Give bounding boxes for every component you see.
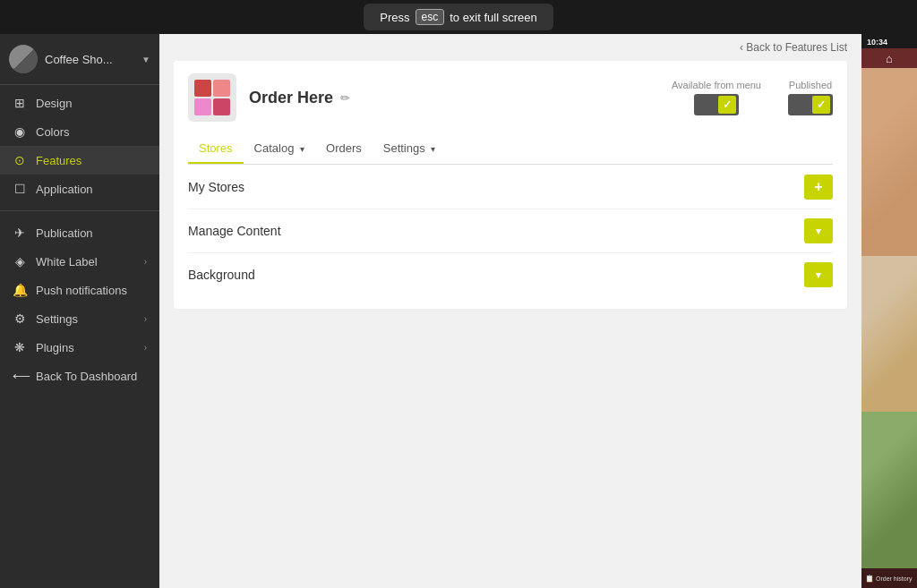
feature-icon-cell-1	[194, 80, 211, 97]
order-history-icon: 📋	[865, 575, 874, 583]
settings-arrow-icon: ›	[144, 314, 147, 324]
sidebar-item-push-notifications[interactable]: 🔔 Push notifications	[0, 276, 159, 304]
sidebar-label-publication: Publication	[36, 226, 147, 240]
tab-stores-label: Stores	[199, 141, 233, 155]
catalog-arrow-icon: ▾	[300, 144, 304, 154]
edit-icon[interactable]: ✏	[340, 91, 350, 105]
phone-img-slot-2	[861, 256, 917, 413]
sidebar-item-features[interactable]: ⊙ Features	[0, 146, 159, 175]
sidebar-logo	[9, 45, 38, 73]
phone-images	[861, 68, 917, 568]
sidebar-label-white-label: White Label	[36, 255, 135, 268]
sidebar-logo-inner	[9, 45, 38, 73]
feature-row-background: Background ▾	[188, 253, 833, 296]
tab-orders[interactable]: Orders	[315, 134, 373, 164]
main-layout: Coffee Sho... ▼ ⊞ Design ◉ Colors ⊙ Feat…	[0, 34, 917, 588]
content-area: ‹ Back to Features List Order Here ✏	[159, 34, 861, 588]
phone-img-slot-3	[861, 412, 917, 568]
sidebar-label-plugins: Plugins	[36, 341, 135, 354]
feature-icon-inner	[194, 80, 230, 115]
toggle-available-label: Available from menu	[672, 80, 761, 90]
sidebar-item-back-to-dashboard[interactable]: ⟵ Back To Dashboard	[0, 362, 159, 390]
tab-catalog[interactable]: Catalog ▾	[244, 134, 315, 164]
sidebar-label-features: Features	[36, 154, 147, 167]
feature-toggles: Available from menu ✓ Published ✓	[672, 80, 833, 115]
phone-img-slot-1	[861, 68, 917, 256]
back-link-bar: ‹ Back to Features List	[159, 34, 861, 61]
sidebar-item-white-label[interactable]: ◈ White Label ›	[0, 247, 159, 276]
top-bar: Press esc to exit full screen	[0, 0, 917, 34]
sidebar-chevron-icon: ▼	[141, 55, 150, 64]
tab-stores[interactable]: Stores	[188, 134, 244, 164]
phone-image-coffee-cup	[861, 68, 917, 256]
features-icon: ⊙	[13, 153, 27, 167]
phone-home-bar: ⌂	[861, 48, 917, 68]
sidebar-header[interactable]: Coffee Sho... ▼	[0, 34, 159, 85]
sidebar-section-main: ✈ Publication ◈ White Label › 🔔 Push not…	[0, 215, 159, 394]
settings-icon: ⚙	[13, 311, 27, 326]
toggle-available-check: ✓	[718, 96, 736, 114]
toggle-available-btn[interactable]: ✓	[694, 94, 739, 115]
tab-catalog-label: Catalog	[254, 141, 295, 155]
sidebar-section-sub: ⊞ Design ◉ Colors ⊙ Features ☐ Applicati…	[0, 85, 159, 207]
back-dashboard-icon: ⟵	[13, 369, 27, 383]
tab-settings[interactable]: Settings ▾	[373, 134, 447, 164]
feature-tabs: Stores Catalog ▾ Orders Settings ▾	[188, 134, 833, 165]
fullscreen-notice: Press esc to exit full screen	[364, 4, 553, 30]
toggle-published: Published ✓	[788, 80, 833, 115]
phone-home-icon: ⌂	[886, 52, 893, 65]
white-label-arrow-icon: ›	[144, 257, 147, 267]
notice-text: Press	[380, 11, 409, 24]
sidebar-item-design[interactable]: ⊞ Design	[0, 89, 159, 117]
phone-image-latte	[861, 256, 917, 413]
toggle-published-btn[interactable]: ✓	[788, 94, 833, 115]
plugins-icon: ❋	[13, 340, 27, 354]
toggle-published-check: ✓	[812, 96, 830, 114]
feature-card: Order Here ✏ Available from menu ✓ Publi…	[174, 61, 847, 309]
sidebar-app-name: Coffee Sho...	[45, 53, 134, 66]
toggle-published-label: Published	[789, 80, 832, 90]
phone-time: 10:34	[861, 34, 917, 48]
manage-content-expand-button[interactable]: ▾	[804, 218, 833, 243]
feature-icon-cell-2	[213, 80, 230, 97]
sidebar-item-application[interactable]: ☐ Application	[0, 175, 159, 203]
push-notifications-icon: 🔔	[13, 283, 27, 297]
back-to-features-link[interactable]: ‹ Back to Features List	[740, 41, 847, 54]
feature-title-area: Order Here ✏	[249, 89, 659, 107]
sidebar-label-back-to-dashboard: Back To Dashboard	[36, 370, 147, 383]
feature-title: Order Here	[249, 89, 333, 107]
esc-key: esc	[416, 9, 445, 25]
feature-rows: My Stores + Manage Content ▾ Background …	[188, 166, 833, 296]
feature-header: Order Here ✏ Available from menu ✓ Publi…	[188, 73, 833, 122]
sidebar-item-plugins[interactable]: ❋ Plugins ›	[0, 333, 159, 362]
sidebar-item-colors[interactable]: ◉ Colors	[0, 117, 159, 146]
feature-icon-cell-4	[213, 98, 230, 115]
tab-settings-label: Settings	[383, 141, 425, 155]
background-expand-button[interactable]: ▾	[804, 262, 833, 287]
plugins-arrow-icon: ›	[144, 343, 147, 353]
manage-content-label: Manage Content	[188, 224, 281, 238]
manage-content-chevron-icon: ▾	[816, 226, 821, 237]
sidebar-item-settings[interactable]: ⚙ Settings ›	[0, 304, 159, 333]
settings-tab-arrow-icon: ▾	[431, 144, 435, 154]
application-icon: ☐	[13, 182, 27, 196]
notice-end-text: to exit full screen	[450, 11, 537, 24]
phone-preview: 10:34 ⌂ 📋 Order history	[861, 34, 917, 588]
colors-icon: ◉	[13, 124, 27, 139]
tab-orders-label: Orders	[326, 141, 362, 155]
my-stores-add-button[interactable]: +	[804, 175, 833, 200]
my-stores-plus-icon: +	[814, 179, 822, 195]
order-history-text: Order history	[876, 575, 912, 582]
sidebar-label-application: Application	[36, 183, 147, 196]
sidebar-label-settings: Settings	[36, 312, 135, 326]
phone-image-food	[861, 412, 917, 568]
sidebar-label-colors: Colors	[36, 125, 147, 139]
sidebar-divider	[0, 210, 159, 211]
feature-icon-cell-3	[194, 98, 211, 115]
phone-bottom-bar: 📋 Order history	[861, 568, 917, 588]
publication-icon: ✈	[13, 226, 27, 240]
sidebar-label-push-notifications: Push notifications	[36, 284, 147, 297]
white-label-icon: ◈	[13, 254, 27, 268]
feature-icon-box	[188, 73, 236, 122]
sidebar-item-publication[interactable]: ✈ Publication	[0, 218, 159, 247]
